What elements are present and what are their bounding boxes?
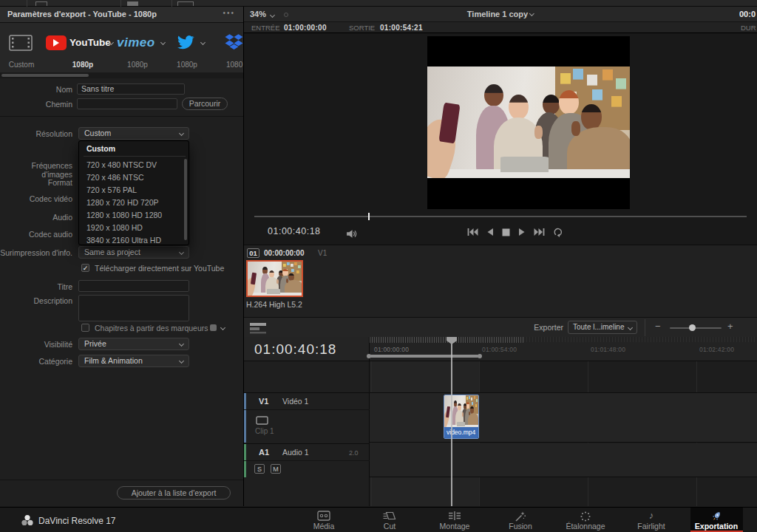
preset-label: 1080p xyxy=(61,61,105,69)
render-job-thumbnail[interactable] xyxy=(246,260,303,297)
menu-item[interactable]: 720 x 486 NTSC xyxy=(79,171,189,183)
visibilite-select[interactable]: Privée xyxy=(78,338,189,350)
codec-audio-label: Codec audio xyxy=(0,230,72,239)
loop-icon[interactable] xyxy=(553,227,565,237)
menu-item[interactable]: 720 x 480 NTSC DV xyxy=(79,159,189,171)
stop-icon[interactable] xyxy=(502,228,510,236)
nom-input[interactable]: Sans titre xyxy=(77,83,185,95)
page-navigation-bar: DaVinci Resolve 17 Média Cut Montage Fus… xyxy=(0,507,757,532)
zoom-slider-track[interactable] xyxy=(670,327,722,329)
audio-track-lane[interactable] xyxy=(370,443,757,477)
play-reverse-icon[interactable] xyxy=(486,228,494,236)
chevron-down-icon[interactable] xyxy=(270,13,275,18)
resolution-value: Custom xyxy=(84,129,111,137)
preset-label: Custom xyxy=(6,61,37,69)
playhead-line[interactable] xyxy=(451,337,452,506)
clipped-toolbar-icon[interactable] xyxy=(35,1,47,6)
clipped-toolbar-icon[interactable] xyxy=(127,1,138,6)
tab-exportation[interactable]: Exportation xyxy=(683,508,750,532)
add-to-render-queue-button[interactable]: Ajouter à la liste d'export xyxy=(117,486,231,499)
titre-input[interactable] xyxy=(78,280,189,292)
menu-item[interactable]: 1920 x 1080 HD xyxy=(79,222,189,233)
menu-item[interactable]: 1280 x 1080 HD 1280 xyxy=(79,209,189,221)
timeline-view-icon[interactable] xyxy=(250,322,266,334)
clipped-toolbar-icon[interactable] xyxy=(177,1,194,6)
tab-media[interactable]: Média xyxy=(291,508,357,532)
presets-scrollbar[interactable] xyxy=(0,72,244,78)
laptop xyxy=(267,289,280,293)
tab-fairlight[interactable]: ♪ Fairlight xyxy=(618,508,685,532)
menu-item[interactable]: 1280 x 720 HD 720P xyxy=(79,197,189,208)
panel-options-icon[interactable]: ••• xyxy=(223,9,235,17)
video-track-header[interactable]: V1 Vidéo 1 Clip 1 xyxy=(244,392,370,443)
export-range-select[interactable]: Toute l...imeline xyxy=(568,321,637,334)
solo-button[interactable]: S xyxy=(254,464,265,474)
render-range-bar[interactable] xyxy=(370,355,479,358)
app-name: DaVinci Resolve 17 xyxy=(38,516,116,526)
viewer-and-timeline-panel: 34% Timeline 1 copy 00:0 ENTRÉE 01:00:00… xyxy=(244,7,757,506)
skip-to-end-icon[interactable] xyxy=(534,228,545,236)
video-track-lane[interactable] xyxy=(370,392,757,443)
speaker-icon[interactable] xyxy=(346,229,357,239)
zoom-slider-handle[interactable] xyxy=(689,324,696,331)
preset-label: 1080 xyxy=(226,61,244,69)
ruler-label: 01:00:00:00 xyxy=(374,346,409,353)
play-icon[interactable] xyxy=(518,228,526,236)
zoom-in-button[interactable]: + xyxy=(727,321,733,332)
transport-controls: 01:00:40:18 xyxy=(244,222,757,245)
menu-item[interactable]: 3840 x 2160 Ultra HD xyxy=(79,234,189,245)
menu-item[interactable]: 720 x 576 PAL xyxy=(79,184,189,196)
in-value: 01:00:00:00 xyxy=(284,24,327,32)
marker-color-icon[interactable] xyxy=(210,324,217,331)
menu-scrollbar[interactable] xyxy=(184,159,187,240)
render-job-timecode: 00:00:00:00 xyxy=(264,249,304,257)
timeline-name-select[interactable]: Timeline 1 copy xyxy=(467,10,534,18)
cut-icon xyxy=(383,511,397,521)
timeline-ruler[interactable]: 01:00:00:00 01:00:54:00 01:01:48:00 01:0… xyxy=(370,337,757,361)
chapters-checkbox-label[interactable]: Chapitres à partir des marqueurs xyxy=(95,324,208,332)
audio-track-header[interactable]: A1 Audio 1 2.0 S M xyxy=(244,443,370,477)
tab-etalonnage[interactable]: Étalonnage xyxy=(552,508,619,532)
chevron-down-icon[interactable] xyxy=(160,40,166,45)
zoom-out-button[interactable]: − xyxy=(655,321,661,332)
chapters-checkbox[interactable] xyxy=(81,324,89,332)
tab-cut[interactable]: Cut xyxy=(356,508,423,532)
upload-youtube-checkbox[interactable]: ✓ xyxy=(81,264,89,272)
parcourir-button[interactable]: Parcourir xyxy=(182,98,228,110)
tab-label: Étalonnage xyxy=(552,522,619,531)
thumbs-up-hand xyxy=(571,121,580,136)
viewer-topbar: 34% Timeline 1 copy 00:0 xyxy=(244,7,757,22)
ruler-label: 01:01:48:00 xyxy=(591,346,625,353)
youtube-icon xyxy=(46,35,67,50)
overlay-select[interactable]: Same as project xyxy=(78,246,189,259)
chemin-input[interactable] xyxy=(77,98,177,109)
tab-montage[interactable]: Montage xyxy=(421,508,488,532)
media-icon xyxy=(317,511,330,521)
categorie-select[interactable]: Film & Animation xyxy=(78,355,189,367)
skip-to-start-icon[interactable] xyxy=(467,228,478,236)
person-head xyxy=(484,84,503,106)
tab-label: Cut xyxy=(356,522,423,531)
upload-youtube-checkbox-label[interactable]: Télécharger directement sur YouTube xyxy=(95,264,224,273)
description-textarea[interactable] xyxy=(78,295,189,321)
panel-title: Paramètres d'export - YouTube - 1080p xyxy=(7,10,157,18)
timeline-clip-video-mp4[interactable]: video.mp4 xyxy=(444,395,479,439)
scrollbar-thumb[interactable] xyxy=(1,74,89,77)
tab-fusion[interactable]: Fusion xyxy=(487,508,554,532)
toolbar-divider xyxy=(27,0,27,7)
viewer-scrub-playhead[interactable] xyxy=(368,213,370,220)
chevron-down-icon[interactable] xyxy=(220,325,225,330)
mute-button[interactable]: M xyxy=(271,464,281,474)
render-job-strip: 01 00:00:00:00 V1 H.264 High L5.2 xyxy=(244,245,757,317)
menu-item-selected[interactable]: Custom xyxy=(79,143,189,154)
chevron-down-icon[interactable] xyxy=(200,40,206,45)
export-settings-panel: Paramètres d'export - YouTube - 1080p ••… xyxy=(0,7,244,506)
timeline-timecode: 01:00:40:18 xyxy=(254,341,336,358)
viewer-zoom-select[interactable]: 34% xyxy=(250,10,266,18)
resolution-select[interactable]: Custom xyxy=(78,127,189,140)
tab-label: Fusion xyxy=(487,522,554,531)
viewer-scrub-bar[interactable] xyxy=(254,216,747,217)
chevron-down-icon xyxy=(179,358,184,364)
viewer-canvas xyxy=(427,36,630,209)
tab-label: Exportation xyxy=(683,522,750,531)
